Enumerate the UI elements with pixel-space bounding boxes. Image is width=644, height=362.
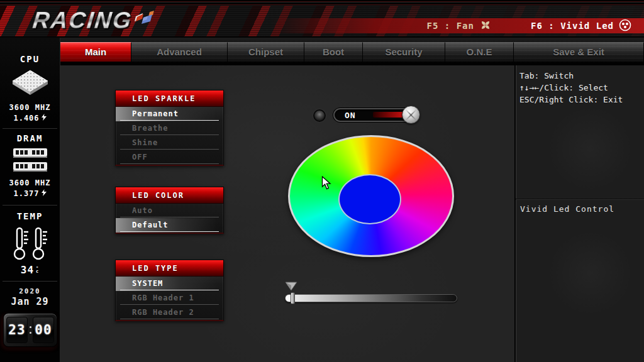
tab-chipset[interactable]: Chipset [228, 42, 304, 62]
tab-chipset-label: Chipset [248, 47, 283, 57]
led-sparkle-header: LED SPARKLE [116, 90, 223, 107]
tab-advanced[interactable]: Advanced [131, 42, 228, 62]
tab-save-exit[interactable]: Save & Exit [514, 42, 644, 62]
cpu-frequency: 3600 MHZ [0, 103, 60, 112]
tab-main-label: Main [85, 47, 106, 57]
toggle-red-track [373, 112, 406, 118]
toggle-on-label: ON [345, 111, 356, 120]
temp-title: TEMP [0, 211, 60, 221]
option-label: SYSTEM [132, 279, 163, 288]
option-label: Permanent [132, 109, 179, 118]
clock: 23 00 [3, 313, 57, 347]
color-wheel-selected-color[interactable] [338, 174, 401, 224]
tab-save-exit-label: Save & Exit [553, 47, 604, 57]
led-sparkle-panel: LED SPARKLE Permanent Breathe Shine OFF [115, 90, 224, 166]
led-type-option-rgb-header-2[interactable]: RGB Header 2 [116, 305, 223, 320]
racing-flag-icon [135, 11, 156, 31]
toggle-knob-icon[interactable] [402, 106, 420, 124]
sidebar-divider [3, 281, 57, 282]
brightness-slider[interactable] [285, 294, 457, 302]
sidebar-divider [3, 205, 57, 206]
ram-icon [0, 147, 60, 177]
tab-boot[interactable]: Boot [304, 42, 363, 62]
brightness-slider-handle[interactable] [291, 292, 295, 304]
thermometer-icon [0, 226, 60, 264]
hint-arrows-select: ↑↓→←/Click: Select [519, 82, 640, 94]
option-label: Shine [132, 138, 158, 147]
cpu-voltage: 1.406 [0, 114, 60, 123]
cpu-chip-icon [0, 69, 60, 101]
led-color-option-auto[interactable]: Auto [116, 204, 223, 218]
temp-value: 34 °c [0, 264, 60, 276]
cpu-title: CPU [0, 54, 60, 64]
dram-title: DRAM [0, 133, 60, 143]
sidebar-divider [3, 128, 57, 129]
dram-voltage: 1.377 [0, 189, 60, 198]
tab-one-label: O.N.E [467, 47, 492, 57]
tab-boot-label: Boot [323, 47, 344, 57]
tab-security-label: Security [385, 47, 422, 57]
status-sidebar: CPU 3600 MHZ 1.406 DRAM [0, 38, 60, 362]
hotkey-vivid-led[interactable]: F6 : Vivid Led [531, 19, 631, 33]
bolt-icon [42, 189, 47, 198]
hotkey-bar: F5 : Fan F6 : Vivid Led [270, 18, 644, 33]
led-sparkle-option-permanent[interactable]: Permanent [116, 107, 223, 121]
option-label: RGB Header 1 [132, 293, 194, 302]
option-label: Default [132, 221, 169, 229]
top-banner: RACING F5 : Fan [0, 0, 644, 38]
led-sparkle-option-off[interactable]: OFF [116, 150, 223, 165]
clock-minutes: 00 [33, 317, 54, 343]
led-sparkle-option-shine[interactable]: Shine [116, 136, 223, 150]
tab-main[interactable]: Main [60, 42, 131, 62]
date-year: 2020 [0, 287, 60, 295]
tab-one[interactable]: O.N.E [445, 42, 514, 62]
led-status-indicator [313, 109, 326, 122]
option-label: OFF [132, 153, 148, 162]
tab-bar: Main Advanced Chipset Boot Security O.N.… [60, 38, 644, 65]
led-sparkle-option-breathe[interactable]: Breathe [116, 121, 223, 136]
tab-advanced-label: Advanced [157, 47, 202, 57]
key-hints: Tab: Switch ↑↓→←/Click: Select ESC/Right… [516, 65, 644, 110]
main-content: LED SPARKLE Permanent Breathe Shine OFF … [60, 65, 514, 362]
hotkey-fan-label: F5 : Fan [427, 21, 474, 31]
led-type-option-rgb-header-1[interactable]: RGB Header 1 [116, 291, 223, 305]
led-type-option-system[interactable]: SYSTEM [116, 277, 223, 291]
dram-frequency: 3600 MHZ [0, 178, 60, 187]
led-color-header: LED COLOR [116, 187, 223, 204]
hint-tab-switch: Tab: Switch [519, 70, 640, 82]
date-day: Jan 29 [0, 296, 60, 307]
led-color-panel: LED COLOR Auto Default [115, 187, 224, 234]
bolt-icon [42, 114, 47, 123]
fan-icon [479, 19, 492, 33]
led-on-off-toggle[interactable]: ON [333, 108, 417, 122]
hotkey-fan[interactable]: F5 : Fan [427, 19, 492, 33]
option-label: RGB Header 2 [132, 308, 194, 317]
clock-colon [29, 326, 31, 334]
tab-security[interactable]: Security [363, 42, 445, 62]
hint-esc-exit: ESC/Right Click: Exit [519, 94, 640, 106]
help-panel-divider [516, 199, 644, 200]
banner-top-strip [0, 0, 644, 6]
led-type-header: LED TYPE [116, 260, 223, 277]
logo-text: RACING [31, 8, 133, 34]
clock-hours: 23 [6, 317, 28, 343]
led-wheel-icon [619, 19, 631, 33]
option-label: Breathe [132, 124, 169, 133]
led-type-panel: LED TYPE SYSTEM RGB Header 1 RGB Header … [115, 260, 224, 321]
help-panel: Tab: Switch ↑↓→←/Click: Select ESC/Right… [514, 65, 644, 362]
bios-screen: RACING F5 : Fan [0, 0, 644, 362]
hotkey-vivid-led-label: F6 : Vivid Led [531, 21, 614, 31]
option-label: Auto [132, 206, 153, 215]
led-color-option-default[interactable]: Default [116, 218, 223, 233]
context-label: Vivid Led Control [520, 204, 614, 214]
racing-logo: RACING [33, 8, 156, 34]
